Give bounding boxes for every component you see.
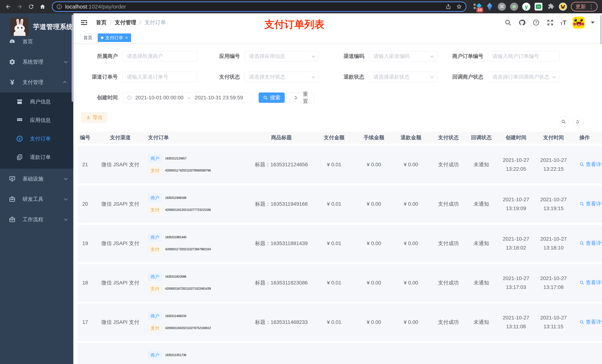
refresh-table-button[interactable]: [572, 116, 583, 127]
fullscreen-icon[interactable]: [546, 19, 554, 26]
merchant-tag: 商户: [148, 273, 162, 281]
yen-icon: ¥: [8, 78, 16, 86]
help-icon[interactable]: ?: [532, 19, 540, 26]
table-row: 17 微信 JSAPI 支付 商户1635311468233 支付4200001…: [78, 304, 602, 341]
app-title: 芋道管理系统: [33, 22, 73, 31]
url-text: localhost:1024/pay/order: [65, 3, 445, 10]
filter-label-refund-status: 退款状态: [320, 73, 369, 81]
chevron-down-icon: [64, 197, 68, 200]
search-button[interactable]: 搜索: [258, 93, 285, 103]
app-filter-select[interactable]: 请选择应用信息: [244, 51, 319, 62]
merchant-filter-input[interactable]: [122, 51, 197, 62]
extension-icon-y[interactable]: y: [522, 2, 531, 11]
browser-reload-button[interactable]: [26, 2, 36, 11]
sidebar-item-pay-order[interactable]: ¥ 支付订单: [0, 129, 73, 148]
date-range-start: 2021-10-01 00:00:00: [135, 95, 183, 101]
browser-update-button[interactable]: 更新 ⋮: [571, 2, 598, 11]
status-text: 支付成功: [431, 161, 466, 168]
extension-icon-command[interactable]: ⌘: [498, 2, 506, 11]
view-detail-link[interactable]: 查看详情: [580, 319, 602, 325]
chevron-down-icon: [552, 75, 556, 78]
github-icon[interactable]: [518, 19, 526, 26]
sidebar-scrollbar[interactable]: [72, 15, 73, 102]
col-title: 商品标题: [252, 134, 311, 141]
toolbox-icon: [8, 196, 16, 203]
merchant-order-no-input[interactable]: [488, 51, 559, 62]
sidebar-item-infrastructure[interactable]: 基础设施: [0, 169, 73, 189]
refund-status-filter-select[interactable]: 请选择退款状态: [369, 72, 437, 82]
breadcrumb-pay-mgmt[interactable]: 支付管理: [115, 19, 136, 26]
header-search-icon[interactable]: [504, 19, 512, 26]
col-notify: 回调状态: [466, 134, 497, 141]
export-button[interactable]: 导出: [81, 113, 107, 123]
view-detail-link[interactable]: 查看详情: [580, 240, 602, 247]
user-avatar[interactable]: [573, 17, 585, 29]
browser-home-button[interactable]: [38, 2, 47, 11]
app-window: 芋道管理系统 首页 系统管理 ¥ 支付管理: [0, 13, 602, 364]
pay-status-filter-select[interactable]: 请选择支付状态: [244, 72, 319, 82]
view-detail-link[interactable]: 查看详情: [580, 200, 602, 207]
bookmark-star-icon[interactable]: [456, 4, 462, 10]
channel-code-filter-select[interactable]: 请输入渠道编码: [369, 51, 437, 62]
sidebar-item-app-info[interactable]: 应用信息: [0, 111, 73, 129]
sidebar-item-home[interactable]: 首页: [0, 31, 73, 52]
view-detail-link[interactable]: 查看详情: [580, 161, 602, 168]
pay-tag: 支付: [148, 285, 162, 293]
extension-badge: 10: [476, 7, 483, 12]
create-time-range-picker[interactable]: 2021-10-01 00:00:00 - 2021-10-31 23:59:5…: [122, 93, 252, 103]
extension-bar: 10 ⌘ y: [473, 2, 567, 11]
pay-tag: 支付: [148, 246, 162, 253]
gear-icon: [8, 59, 16, 65]
sidebar-item-payment[interactable]: ¥ 支付管理: [0, 72, 73, 93]
merchant-tag: 商户: [148, 312, 162, 320]
chevron-down-icon: [64, 177, 68, 180]
browser-back-button[interactable]: [3, 2, 13, 11]
extension-icon-record-dot[interactable]: [510, 2, 518, 11]
font-size-icon[interactable]: тT: [560, 19, 567, 26]
tag-close-icon[interactable]: ×: [125, 35, 128, 40]
channel-order-no-input[interactable]: [122, 72, 197, 82]
filter-row-1: 所属商户 应用编号 请选择应用信息 渠道编码 请输入渠道编码 商户订单编号: [73, 51, 602, 62]
tag-home[interactable]: 首页: [80, 33, 96, 42]
site-info-icon[interactable]: [56, 4, 62, 10]
col-id: 编号: [78, 134, 93, 141]
share-icon[interactable]: [445, 4, 451, 10]
extensions-puzzle-icon[interactable]: [547, 2, 555, 11]
sidebar-item-merchant-info[interactable]: 商户信息: [0, 93, 73, 111]
toggle-search-button[interactable]: [558, 116, 569, 127]
view-detail-link[interactable]: 查看详情: [580, 279, 602, 286]
col-pay-time: 支付时间: [535, 134, 572, 141]
extension-icon-emoji[interactable]: [559, 2, 567, 11]
notify-text: 未通知: [466, 279, 497, 286]
col-actions: 操作: [572, 134, 602, 141]
status-text: 支付成功: [431, 279, 466, 286]
main-area: 首页 / 支付管理 / 支付订单 支付订单列表 ?: [73, 13, 602, 364]
sidebar-item-refund-order[interactable]: 退款订单: [0, 148, 73, 166]
sidebar-toggle-icon[interactable]: [80, 18, 88, 27]
extension-icon-kite[interactable]: [485, 2, 494, 11]
sidebar-item-workflow[interactable]: 工作流程: [0, 209, 73, 230]
tag-pay-order[interactable]: 支付订单 ×: [98, 33, 131, 42]
payment-submenu: 商户信息 应用信息 ¥ 支付订单: [0, 93, 73, 169]
merchant-tag: 商户: [148, 351, 162, 359]
merchant-tag: 商户: [148, 234, 162, 241]
address-bar[interactable]: localhost:1024/pay/order: [52, 1, 466, 12]
browser-menu-icon[interactable]: ⋮: [589, 4, 594, 10]
avatar-dropdown-caret-icon[interactable]: [591, 21, 595, 24]
notify-text: 未通知: [466, 200, 497, 208]
extension-icon-diamond[interactable]: 10: [473, 2, 482, 11]
table-row: 21 微信 JSAPI 支付 商户1635312124657 支付4200001…: [78, 146, 602, 183]
page-scrollbar[interactable]: [600, 15, 602, 44]
extension-icon-chat[interactable]: [534, 2, 543, 11]
sidebar-item-dev-tools[interactable]: 研发工具: [0, 189, 73, 209]
browser-forward-button[interactable]: [15, 2, 24, 11]
sidebar-menu: 首页 系统管理 ¥ 支付管理 商户信息: [0, 31, 73, 230]
col-refund: 退款金额: [391, 134, 431, 141]
sidebar-item-system[interactable]: 系统管理: [0, 52, 73, 72]
notify-status-filter-select[interactable]: 请选择订单回调商户状态: [488, 72, 559, 82]
notify-text: 未通知: [466, 161, 497, 168]
pay-tag: 支付: [148, 206, 162, 214]
pay-order-icon: ¥: [16, 135, 24, 142]
breadcrumb-home[interactable]: 首页: [96, 19, 107, 26]
reset-button[interactable]: 重置: [289, 93, 315, 103]
